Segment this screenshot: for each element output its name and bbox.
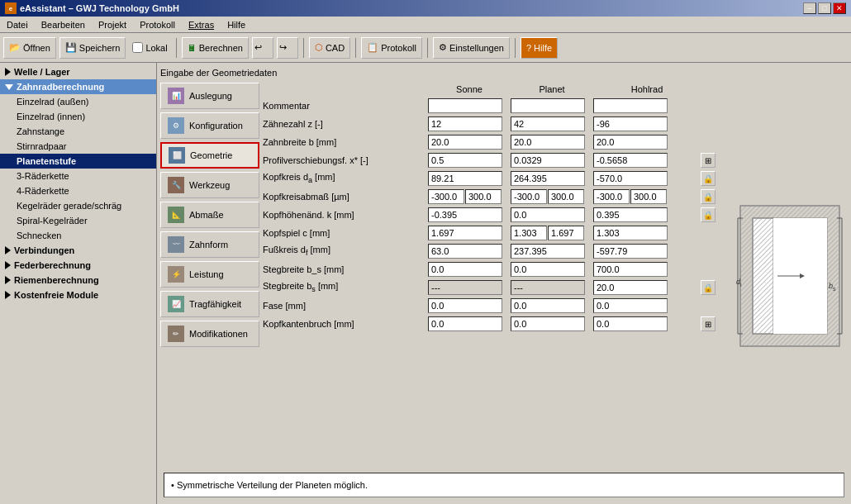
steg-planet[interactable] [511, 280, 585, 295]
row-zahnezahl: Zähnezahl z [-] [263, 116, 725, 132]
fusskreis-sonne[interactable] [428, 244, 502, 259]
kopfhoh-planet[interactable] [511, 207, 585, 222]
steg-hohlrad[interactable] [593, 280, 668, 295]
col-icon [701, 83, 725, 96]
zahnbreite-hohlrad[interactable] [593, 135, 668, 150]
kopfspiel-sonne[interactable] [428, 226, 502, 240]
maximize-button[interactable]: □ [818, 2, 831, 14]
menu-datei[interactable]: Datei [3, 19, 31, 31]
zahnform-button[interactable]: 〰 Zahnform [160, 231, 259, 258]
kopfkanten-grid-icon[interactable]: ⊞ [701, 316, 716, 331]
minimize-button[interactable]: – [803, 2, 816, 14]
sidebar-item-zahnstange[interactable]: Zahnstange [0, 124, 156, 139]
kopfkreis-hohlrad[interactable] [593, 171, 668, 186]
left-buttons-panel: 📊 Auslegung ⚙ Konfiguration ⬜ Geometrie … [160, 83, 259, 469]
redo-button[interactable]: ↪ [277, 37, 298, 59]
kopfkanten-hohlrad[interactable] [593, 316, 668, 331]
kopfabmas-planet-b[interactable] [548, 189, 584, 204]
help-button[interactable]: ? Hilfe [521, 37, 558, 59]
konfiguration-button[interactable]: ⚙ Konfiguration [160, 112, 259, 139]
fusskreis-planet[interactable] [511, 244, 585, 259]
protocol-button[interactable]: 📋 Protokoll [361, 37, 422, 59]
label-fase: Fase [mm] [263, 301, 428, 311]
kopfabmas-sonne-b[interactable] [465, 189, 502, 204]
profil-sonne[interactable] [428, 153, 502, 168]
kopfabmas-planet-a[interactable] [511, 189, 547, 204]
zahnbreite-sonne[interactable] [428, 135, 502, 150]
sidebar-group-feder[interactable]: Federberechnung [0, 258, 156, 273]
auslegung-button[interactable]: 📊 Auslegung [160, 83, 259, 109]
abmasse-button[interactable]: 📐 Abmaße [160, 202, 259, 228]
close-button[interactable]: ✕ [833, 2, 846, 14]
profil-grid-icon[interactable]: ⊞ [701, 153, 716, 168]
settings-button[interactable]: ⚙ Einstellungen [433, 37, 510, 59]
sidebar-group-kostenfreie[interactable]: Kostenfreie Module [0, 288, 156, 302]
profil-hohlrad[interactable] [593, 153, 668, 168]
fase-hohlrad[interactable] [593, 298, 668, 313]
sidebar-item-einzelrad-aussen[interactable]: Einzelrad (außen) [0, 94, 156, 109]
svg-text:s: s [833, 286, 836, 292]
menu-extras[interactable]: Extras [185, 19, 217, 31]
modifikationen-button[interactable]: ✏ Modifikationen [160, 321, 259, 347]
tragfahigkeit-button[interactable]: 📈 Tragfähigkeit [160, 291, 259, 317]
sidebar-item-planetenstufe[interactable]: Planetenstufe [0, 154, 156, 169]
sidebar-item-3-raeder[interactable]: 3-Räderkette [0, 169, 156, 183]
cad-button[interactable]: ⬡ CAD [309, 37, 350, 59]
leistung-button[interactable]: ⚡ Leistung [160, 261, 259, 288]
kopfspiel-planet-b[interactable] [548, 226, 584, 240]
zahnezahl-planet[interactable] [511, 116, 585, 131]
local-checkbox[interactable] [132, 42, 143, 53]
open-button[interactable]: 📂 Öffnen [3, 37, 56, 59]
kopfspiel-planet-a[interactable] [511, 226, 547, 240]
content: Welle / Lager Zahnradberechnung Einzelra… [0, 63, 851, 504]
zahnezahl-hohlrad[interactable] [593, 116, 668, 131]
sidebar-item-4-raeder[interactable]: 4-Räderkette [0, 183, 156, 198]
sidebar-item-schnecken[interactable]: Schnecken [0, 228, 156, 243]
kopfhoh-lock-icon[interactable]: 🔒 [701, 207, 716, 222]
kopfabmas-hohlrad-a[interactable] [593, 189, 630, 204]
sidebar-group-riemen[interactable]: Riemenberechnung [0, 273, 156, 288]
kommentar-hohlrad[interactable] [593, 98, 668, 113]
kommentar-planet[interactable] [511, 98, 585, 113]
menu-bearbeiten[interactable]: Bearbeiten [38, 19, 88, 31]
kopfkreis-planet[interactable] [511, 171, 585, 186]
innen-sonne[interactable] [428, 262, 502, 277]
geometrie-button[interactable]: ⬜ Geometrie [160, 142, 259, 169]
kopfkreis-lock-icon[interactable]: 🔒 [701, 171, 716, 186]
fase-sonne[interactable] [428, 298, 502, 313]
kopfkanten-sonne[interactable] [428, 316, 502, 331]
menu-projekt[interactable]: Projekt [95, 19, 130, 31]
werkzeug-button[interactable]: 🔧 Werkzeug [160, 172, 259, 198]
sidebar-zahnrad-header[interactable]: Zahnradberechnung [0, 79, 156, 94]
sidebar-item-stirnradpaar[interactable]: Stirnradpaar [0, 139, 156, 154]
kommentar-sonne[interactable] [428, 98, 502, 113]
menu-hilfe[interactable]: Hilfe [224, 19, 249, 31]
fusskreis-hohlrad[interactable] [593, 244, 668, 259]
sidebar-item-spiral[interactable]: Spiral-Kegelräder [0, 213, 156, 228]
sidebar-item-kegelraeder[interactable]: Kegelräder gerade/schräg [0, 198, 156, 213]
kopfabmas-hohlrad-b[interactable] [630, 189, 667, 204]
menu-protokoll[interactable]: Protokoll [136, 19, 178, 31]
kopfkreis-sonne[interactable] [428, 171, 502, 186]
calc-button[interactable]: 🖩 Berechnen [182, 37, 249, 59]
innen-planet[interactable] [511, 262, 585, 277]
kopfkanten-planet[interactable] [511, 316, 585, 331]
steg-lock-icon[interactable]: 🔒 [701, 280, 716, 295]
kopfhoh-hohlrad[interactable] [593, 207, 668, 222]
undo-button[interactable]: ↩ [252, 37, 273, 59]
kopfabmas-lock-icon[interactable]: 🔒 [701, 189, 716, 204]
sidebar-item-einzelrad-innen[interactable]: Einzelrad (innen) [0, 109, 156, 124]
sidebar-item-label: Einzelrad (außen) [17, 97, 88, 107]
save-button[interactable]: 💾 Speichern [59, 37, 126, 59]
zahnezahl-sonne[interactable] [428, 116, 502, 131]
profil-planet[interactable] [511, 153, 585, 168]
kopfhoh-sonne[interactable] [428, 207, 502, 222]
fase-planet[interactable] [511, 298, 585, 313]
sidebar-group-welle[interactable]: Welle / Lager [0, 64, 156, 79]
steg-sonne[interactable] [428, 280, 502, 295]
kopfspiel-hohlrad[interactable] [593, 226, 668, 240]
kopfabmas-sonne-a[interactable] [428, 189, 464, 204]
zahnbreite-planet[interactable] [511, 135, 585, 150]
sidebar-group-verbindungen[interactable]: Verbindungen [0, 243, 156, 258]
innen-hohlrad[interactable] [593, 262, 668, 277]
